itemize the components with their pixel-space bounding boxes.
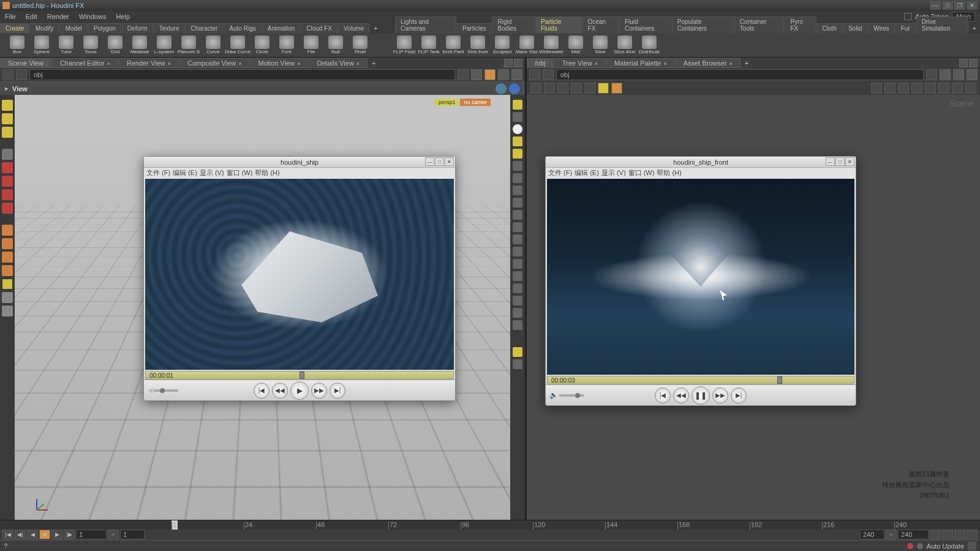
disp-opt-3-icon[interactable] xyxy=(513,124,522,134)
shelf-tab-texture[interactable]: Texture xyxy=(154,23,185,33)
disp-opt-9-icon[interactable] xyxy=(513,198,522,208)
shelf-tool-whitewater[interactable]: Whitewater xyxy=(540,35,562,56)
mplay2-video-area[interactable] xyxy=(547,179,854,375)
net-tool-r7-icon[interactable] xyxy=(952,83,963,94)
tab-motion-view[interactable]: Motion View× xyxy=(251,58,309,68)
mplay2-menu-file[interactable]: 文件 (F) xyxy=(548,168,572,178)
mplay1-menu-file[interactable]: 文件 (F) xyxy=(146,168,170,178)
disp-opt-15-icon[interactable] xyxy=(513,271,522,281)
play-first-button[interactable]: |◀ xyxy=(2,530,13,539)
disp-opt-20-icon[interactable] xyxy=(513,347,522,357)
uv-tool-icon[interactable] xyxy=(2,279,13,290)
shelf-tool-null[interactable]: Null xyxy=(325,35,347,56)
net-tool-5-icon[interactable] xyxy=(584,83,595,94)
disp-opt-21-icon[interactable] xyxy=(513,359,522,369)
timeline-track[interactable]: 124487296120144168192216240 xyxy=(0,520,980,530)
disp-opt-2-icon[interactable] xyxy=(513,112,522,122)
net-tool-1-icon[interactable] xyxy=(530,83,541,94)
shelf-tool-curve[interactable]: Curve xyxy=(202,35,224,56)
play-prevkey-button[interactable]: ◀| xyxy=(15,530,26,539)
misc2-tool-icon[interactable] xyxy=(2,305,13,317)
mplay2-prev-button[interactable]: ◀◀ xyxy=(673,388,689,403)
menu-help[interactable]: Help xyxy=(111,13,135,20)
mplay1-volume-slider[interactable] xyxy=(154,389,178,392)
net-tool-r1-icon[interactable] xyxy=(871,83,882,94)
shelf-tool-distribute[interactable]: Distribute xyxy=(638,35,660,56)
mplay1-speaker-icon[interactable]: ◀ xyxy=(148,386,153,394)
net-tool-6-icon[interactable] xyxy=(598,83,609,94)
mplay1-prev-button[interactable]: ◀◀ xyxy=(272,383,288,399)
tab-render-view[interactable]: Render View× xyxy=(119,58,179,68)
mplay2-max-button[interactable]: □ xyxy=(835,157,845,166)
shelf-tab-popcont[interactable]: Populate Containers xyxy=(672,17,734,33)
shelf-tab-create[interactable]: Create xyxy=(0,23,29,33)
shelf-tab-cloth[interactable]: Cloth xyxy=(817,23,842,33)
nav-icon-4[interactable] xyxy=(511,69,522,80)
nav-icon-1[interactable] xyxy=(471,69,482,80)
tab-details-view[interactable]: Details View× xyxy=(309,58,368,68)
pin-icon[interactable] xyxy=(2,69,13,80)
nav-r-2-icon[interactable] xyxy=(953,69,964,80)
mplay2-menu-window[interactable]: 窗口 (W) xyxy=(628,168,655,178)
shelf-tool-emit-parti[interactable]: Emit Parti xyxy=(442,35,464,56)
shelf-tab-fluidcont[interactable]: Fluid Containers xyxy=(619,17,671,33)
mplay-window-1[interactable]: houdini_ship — □ ✕ 文件 (F) 编辑 (E) 显示 (V) … xyxy=(143,156,456,401)
net-tool-3-icon[interactable] xyxy=(557,83,568,94)
mplay1-seekbar[interactable]: 00:00:01 xyxy=(145,371,454,380)
play-stop-button[interactable]: ■ xyxy=(39,530,50,539)
home-icon[interactable] xyxy=(16,69,27,80)
shelf-tool-rivet[interactable]: Rivet xyxy=(349,35,371,56)
shelf-tab-solid[interactable]: Solid xyxy=(843,23,867,33)
shelf-tab-animation[interactable]: Animation xyxy=(262,23,300,33)
shelf-tab-add-left[interactable]: + xyxy=(370,23,381,33)
arrow-tool-icon[interactable] xyxy=(2,149,13,160)
net-tool-r2-icon[interactable] xyxy=(884,83,895,94)
shelf-tool-slice[interactable]: Slice xyxy=(589,35,611,56)
shelf-tab-partfluids[interactable]: Particle Fluids xyxy=(535,17,582,33)
shelf-tab-modify[interactable]: Modify xyxy=(30,23,59,33)
shelf-tool-torus[interactable]: Torus xyxy=(80,35,102,56)
shelf-tool-grid[interactable]: Grid xyxy=(104,35,126,56)
status-help-icon[interactable]: ? xyxy=(4,542,7,550)
nav-r-1-icon[interactable] xyxy=(940,69,951,80)
range-lock-icon[interactable]: ↔ xyxy=(108,530,119,539)
shelf-tab-fur[interactable]: Fur xyxy=(895,23,916,33)
network-view[interactable]: Scene houdini_ship_front — □ ✕ 文件 (F) 编辑… xyxy=(527,95,980,520)
menu-render[interactable]: Render xyxy=(42,13,74,20)
menu-windows[interactable]: Windows xyxy=(74,13,111,20)
shelf-tool-slice-alon[interactable]: Slice Alon xyxy=(614,35,636,56)
left-tab-add[interactable]: + xyxy=(368,59,379,67)
shelf-tool-sculpted[interactable]: Sculpted xyxy=(491,35,513,56)
shelf-tool-sphere[interactable]: Sphere xyxy=(31,35,53,56)
tab-material-palette[interactable]: Material Palette× xyxy=(606,58,675,68)
frame-end-field[interactable]: 240 xyxy=(898,530,929,539)
view-arrow-icon[interactable]: ▸ xyxy=(5,84,9,92)
close-button[interactable]: ✕ xyxy=(967,1,978,10)
mplay2-seekbar[interactable]: 00:00:03 xyxy=(547,376,854,384)
shelf-tab-deform[interactable]: Deform xyxy=(122,23,153,33)
shelf-tool-make-visc[interactable]: Make Visc xyxy=(516,35,538,56)
range-end[interactable]: 240 xyxy=(860,530,884,539)
disp-opt-7-icon[interactable] xyxy=(513,173,522,183)
shelf-tab-drivesim[interactable]: Drive Simulation xyxy=(916,17,968,33)
menu-file[interactable]: File xyxy=(0,13,21,20)
back-icon[interactable] xyxy=(458,69,469,80)
help-icon[interactable] xyxy=(509,83,520,94)
shelf-tab-pyrofx[interactable]: Pyro FX xyxy=(785,17,816,33)
mplay2-menu-help[interactable]: 帮助 (H) xyxy=(657,168,681,178)
range-lock2-icon[interactable]: ↔ xyxy=(886,530,897,539)
net-tool-r6-icon[interactable] xyxy=(938,83,949,94)
misc-tool-icon[interactable] xyxy=(2,292,13,303)
shelf-tab-add-right[interactable]: + xyxy=(969,23,980,33)
disp-opt-17-icon[interactable] xyxy=(513,296,522,305)
tab-asset-browser[interactable]: Asset Browser× xyxy=(676,58,741,68)
pane-max-icon[interactable] xyxy=(514,59,522,67)
shelf-tool-font[interactable]: Font xyxy=(276,35,298,56)
disp-opt-13-icon[interactable] xyxy=(513,247,522,257)
disp-opt-18-icon[interactable] xyxy=(513,308,522,318)
net-tool-r3-icon[interactable] xyxy=(898,83,909,94)
mplay1-menu-window[interactable]: 窗口 (W) xyxy=(227,168,253,178)
auto-update-menu[interactable]: Auto Update xyxy=(927,542,964,550)
net-tool-r4-icon[interactable] xyxy=(911,83,922,94)
net-tool-4-icon[interactable] xyxy=(571,83,582,94)
